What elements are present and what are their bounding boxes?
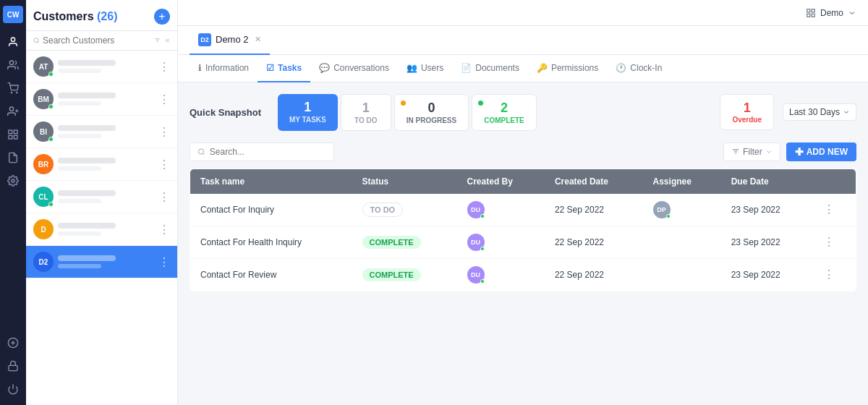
col-created-date: Created Date (545, 169, 643, 194)
created-by-cell: DU (457, 258, 545, 291)
more-options-button[interactable]: ⋮ (158, 93, 170, 106)
customers-header: Customers (26) + (26, 0, 177, 31)
avatar: BM (33, 89, 54, 109)
nav-power-icon[interactable] (3, 379, 23, 399)
status-badge: COMPLETE (362, 236, 421, 249)
row-actions-cell: ⋮ (813, 194, 856, 226)
subnav-conversations[interactable]: 💬 Conversations (310, 55, 398, 82)
more-options-button[interactable]: ⋮ (158, 223, 170, 236)
overdue-card: 1 Overdue (720, 94, 774, 130)
avatar: D (33, 219, 54, 239)
filter-button[interactable]: Filter (723, 142, 780, 161)
task-search-input[interactable] (210, 147, 326, 157)
nav-lock-icon[interactable] (3, 356, 23, 376)
content-area: Quick Snapshot 1 My Tasks 1 TO DO 0 IN P… (178, 82, 868, 405)
svg-rect-8 (14, 130, 17, 134)
search-customers-input[interactable] (43, 35, 151, 46)
snapshot-card-todo[interactable]: 1 TO DO (341, 94, 391, 131)
row-actions-cell: ⋮ (813, 226, 856, 258)
assignee-cell (643, 258, 721, 291)
table-row: Contact For Inquiry TO DO DU 22 Sep 2022 (190, 194, 856, 226)
subnav-users[interactable]: 👥 Users (398, 55, 452, 82)
col-assignee: Assignee (643, 169, 721, 194)
list-item[interactable]: CL ⋮ (26, 181, 177, 213)
subnav-tasks[interactable]: ☑ Tasks (258, 55, 310, 82)
task-name-cell: Contact For Inquiry (190, 194, 352, 226)
collapse-icon[interactable] (163, 36, 170, 45)
add-customer-button[interactable]: + (154, 9, 170, 25)
top-bar: Demo (178, 0, 868, 26)
snapshot-cards: 1 My Tasks 1 TO DO 0 IN PROGRESS 2 COMPL… (278, 94, 711, 131)
add-new-button[interactable]: ✚ ADD NEW (786, 142, 856, 161)
filter-icon[interactable] (154, 36, 161, 45)
date-range-selector[interactable]: Last 30 Days (783, 103, 856, 121)
col-status: Status (352, 169, 457, 194)
created-by-avatar: DU (467, 266, 485, 284)
more-options-button[interactable]: ⋮ (158, 190, 170, 204)
chevron-down-icon (843, 108, 850, 116)
toolbar: Filter ✚ ADD NEW (190, 142, 856, 161)
col-due-date: Due Date (721, 169, 814, 194)
customers-panel: Customers (26) + AT ⋮ BM ⋮ BI ⋮ BR (26, 0, 178, 405)
nav-settings-icon[interactable] (3, 171, 23, 191)
svg-point-4 (9, 107, 13, 111)
left-navigation: CW (0, 0, 26, 405)
main-content: Demo D2 Demo 2 ✕ ℹ Information ☑ Tasks 💬… (178, 0, 868, 405)
svg-line-18 (38, 42, 39, 43)
task-search (190, 142, 334, 161)
list-item[interactable]: AT ⋮ (26, 51, 177, 83)
list-item[interactable]: BI ⋮ (26, 116, 177, 148)
tab-close-button[interactable]: ✕ (255, 35, 261, 44)
more-options-button[interactable]: ⋮ (158, 60, 170, 74)
avatar: BR (33, 154, 54, 174)
tab-avatar: D2 (198, 33, 211, 46)
subnav-information[interactable]: ℹ Information (190, 55, 258, 82)
more-options-button[interactable]: ⋮ (158, 158, 170, 171)
avatar: D2 (33, 252, 54, 272)
svg-rect-7 (9, 130, 12, 134)
nav-modules-icon[interactable] (3, 124, 23, 145)
subnav-clock-in[interactable]: 🕐 Clock-In (607, 55, 671, 82)
svg-rect-15 (9, 365, 17, 370)
list-item[interactable]: BM ⋮ (26, 83, 177, 116)
svg-point-3 (17, 92, 17, 93)
status-cell: TO DO (352, 194, 457, 226)
tasks-icon: ☑ (266, 63, 274, 73)
list-item[interactable]: BR ⋮ (26, 148, 177, 181)
nav-contacts-icon[interactable] (3, 101, 23, 122)
row-more-button[interactable]: ⋮ (823, 203, 835, 216)
svg-point-11 (12, 179, 14, 182)
nav-cart-icon[interactable] (3, 78, 23, 98)
assignee-avatar: DP (653, 201, 671, 218)
nav-add-icon[interactable] (3, 333, 23, 353)
status-cell: COMPLETE (352, 258, 457, 291)
sub-navigation: ℹ Information ☑ Tasks 💬 Conversations 👥 … (178, 55, 868, 82)
row-more-button[interactable]: ⋮ (823, 236, 835, 248)
snapshot-card-mytasks[interactable]: 1 My Tasks (278, 94, 338, 131)
subnav-documents[interactable]: 📄 Documents (452, 55, 528, 82)
snapshot-card-inprogress[interactable]: 0 IN PROGRESS (394, 94, 469, 131)
quick-snapshot: Quick Snapshot 1 My Tasks 1 TO DO 0 IN P… (190, 94, 856, 131)
subnav-permissions[interactable]: 🔑 Permissions (528, 55, 607, 82)
nav-docs-icon[interactable] (3, 148, 23, 168)
nav-group-icon[interactable] (3, 55, 23, 75)
more-options-button[interactable]: ⋮ (158, 125, 170, 139)
demo-selector[interactable]: Demo (806, 8, 856, 18)
row-more-button[interactable]: ⋮ (823, 268, 835, 281)
due-date-cell: 23 Sep 2022 (721, 258, 814, 291)
task-name-cell: Contact For Health Inquiry (190, 226, 352, 258)
tab-demo2[interactable]: D2 Demo 2 ✕ (190, 26, 270, 55)
search-icon (33, 36, 40, 45)
svg-rect-25 (807, 14, 810, 17)
list-item[interactable]: D2 ⋮ (26, 246, 177, 278)
nav-user-icon[interactable] (3, 32, 23, 52)
list-item[interactable]: D ⋮ (26, 213, 177, 246)
status-badge: TO DO (362, 202, 404, 217)
app-logo: CW (3, 6, 23, 23)
more-options-button[interactable]: ⋮ (158, 255, 170, 269)
col-actions (813, 169, 856, 194)
toolbar-right: Filter ✚ ADD NEW (723, 142, 856, 161)
snapshot-card-complete[interactable]: 2 COMPLETE (472, 94, 537, 131)
search-bar (26, 31, 177, 51)
assignee-cell: DP (643, 194, 721, 226)
